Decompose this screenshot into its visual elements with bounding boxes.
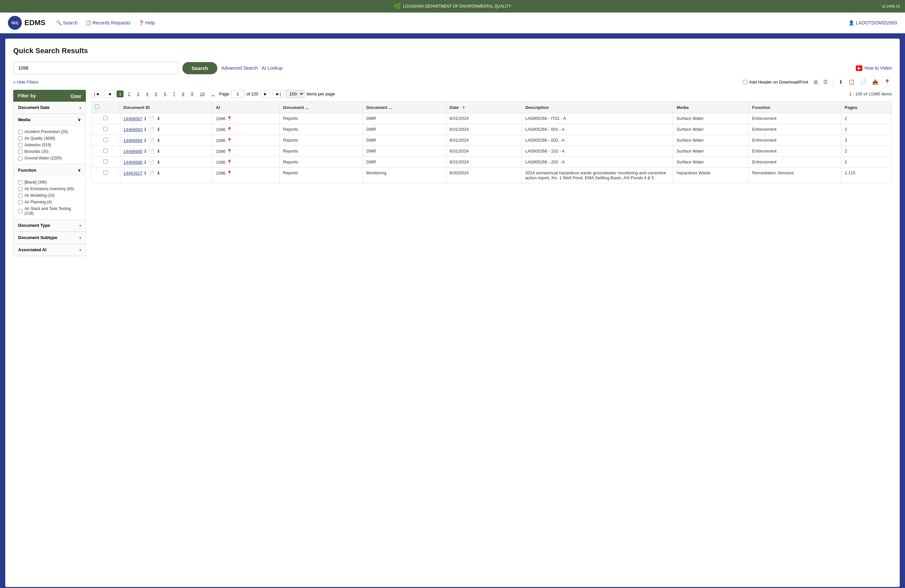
preview-icon-btn[interactable]: 📄	[148, 160, 155, 165]
advanced-search-link[interactable]: Advanced Search	[221, 65, 258, 71]
page-5-button[interactable]: 5	[152, 90, 160, 97]
document-id-link[interactable]: 14466684	[124, 138, 143, 143]
ai-lookup-link[interactable]: AI Lookup	[262, 65, 283, 71]
row-select-checkbox[interactable]	[103, 170, 108, 174]
filter-document-date-toggle[interactable]: Document Date ‹	[14, 102, 86, 114]
preview-icon-btn[interactable]: 📄	[148, 170, 155, 176]
export-button[interactable]: 📤	[871, 78, 880, 86]
info-icon-btn[interactable]: ℹ	[144, 138, 147, 143]
row-media-cell: Surface Water	[673, 113, 749, 124]
page-6-button[interactable]: 6	[162, 90, 168, 97]
download-row-btn[interactable]: ⬇	[156, 160, 161, 165]
first-page-button[interactable]: |◄	[91, 90, 102, 98]
filter-function-airstacktank-checkbox[interactable]	[18, 209, 22, 213]
page-2-button[interactable]: 2	[125, 90, 132, 97]
row-select-checkbox[interactable]	[103, 116, 108, 120]
filter-doctype-toggle[interactable]: Document Type ‹	[14, 220, 86, 231]
filter-function-airplanning-checkbox[interactable]	[18, 200, 22, 204]
map-pin-icon[interactable]: 📍	[227, 149, 232, 154]
preview-icon-btn[interactable]: 📄	[148, 116, 155, 121]
info-icon-btn[interactable]: ℹ	[144, 127, 147, 132]
nav-help[interactable]: ❓ Help	[138, 20, 155, 25]
download-row-btn[interactable]: ⬇	[156, 138, 161, 143]
info-icon-btn[interactable]: ℹ	[144, 170, 147, 176]
document-id-link[interactable]: 14466683	[124, 127, 143, 132]
filter-media-airquality-checkbox[interactable]	[18, 136, 22, 141]
page-input[interactable]	[231, 90, 245, 98]
download-row-btn[interactable]: ⬇	[156, 149, 161, 154]
map-pin-icon[interactable]: 📍	[227, 116, 232, 121]
filter-function-blank-checkbox[interactable]	[18, 180, 22, 185]
how-to-video-link[interactable]: ▶ How to Video	[856, 65, 892, 71]
download-row-btn[interactable]: ⬇	[156, 170, 161, 176]
filter-function-airmodeling-checkbox[interactable]	[18, 193, 22, 198]
filter-section-document-date: Document Date ‹	[13, 102, 86, 114]
col-header-docsubtype[interactable]: Document ...	[363, 102, 446, 113]
grid-view-button[interactable]: ⊞	[812, 78, 819, 86]
add-header-checkbox[interactable]	[743, 80, 747, 84]
search-button[interactable]: Search	[182, 62, 218, 74]
hide-filters-link[interactable]: « Hide Filters	[13, 79, 39, 84]
col-header-doctype[interactable]: Document ...	[280, 102, 363, 113]
info-icon-btn[interactable]: ℹ	[144, 116, 147, 121]
document-id-link[interactable]: 14466685	[124, 149, 143, 154]
col-header-function[interactable]: Function	[749, 102, 841, 113]
download-row-btn[interactable]: ⬇	[156, 116, 161, 121]
filter-associatedai-toggle[interactable]: Associated AI ‹	[14, 244, 86, 256]
page-7-button[interactable]: 7	[171, 90, 178, 97]
filter-media-toggle[interactable]: Media ∨	[14, 114, 86, 126]
filter-docsubtype-toggle[interactable]: Document Subtype ‹	[14, 232, 86, 244]
filter-media-asbestos-checkbox[interactable]	[18, 143, 22, 147]
filter-function-toggle[interactable]: Function ∨	[14, 165, 86, 176]
page-1-button[interactable]: 1	[117, 90, 124, 97]
col-header-pages[interactable]: Pages	[841, 102, 892, 113]
preview-icon-btn[interactable]: 📄	[148, 127, 155, 132]
prev-page-button[interactable]: ◄	[104, 90, 114, 98]
preview-icon-btn[interactable]: 📄	[148, 149, 155, 154]
row-select-checkbox[interactable]	[103, 138, 108, 142]
map-pin-icon[interactable]: 📍	[227, 170, 232, 176]
col-header-ai[interactable]: AI	[213, 102, 280, 113]
select-all-checkbox[interactable]	[95, 105, 99, 109]
page-9-button[interactable]: 9	[189, 90, 195, 97]
row-select-checkbox[interactable]	[103, 160, 108, 164]
row-description-cell: LA0005266 - 001 - A	[522, 124, 673, 135]
filter-media-biosolids-checkbox[interactable]	[18, 149, 22, 154]
col-header-media[interactable]: Media	[673, 102, 749, 113]
next-page-button[interactable]: ►	[260, 90, 270, 98]
map-pin-icon[interactable]: 📍	[227, 127, 232, 132]
map-pin-icon[interactable]: 📍	[227, 160, 232, 165]
preview-icon-btn[interactable]: 📄	[148, 138, 155, 143]
filter-media-groundwater-checkbox[interactable]	[18, 156, 22, 160]
info-icon-btn[interactable]: ℹ	[144, 149, 147, 154]
document-id-link[interactable]: 14466687	[124, 116, 143, 121]
info-icon-btn[interactable]: ℹ	[144, 160, 147, 165]
document-id-link[interactable]: 14466686	[124, 160, 143, 165]
col-header-docid[interactable]: Document ID	[120, 102, 213, 113]
copy-button[interactable]: 📋	[847, 78, 856, 86]
filter-function-airemissions-checkbox[interactable]	[18, 187, 22, 191]
page-4-button[interactable]: 4	[144, 90, 151, 97]
page-3-button[interactable]: 3	[135, 90, 142, 97]
page-10-button[interactable]: 10	[197, 90, 207, 97]
list-view-button[interactable]: ☰	[822, 78, 829, 86]
page-8-button[interactable]: 8	[180, 90, 187, 97]
col-header-date[interactable]: Date ▼	[446, 102, 522, 113]
download-row-btn[interactable]: ⬇	[156, 127, 161, 132]
table-row: 14466687 ℹ 📄 ⬇ 1096 📍 Reports DMR 8/31/2…	[92, 113, 892, 124]
search-input[interactable]	[13, 62, 178, 74]
document-id-link[interactable]: 14462627	[124, 171, 143, 176]
nav-search[interactable]: 🔍 Search	[56, 20, 78, 25]
download-button[interactable]: ⬇	[837, 78, 844, 86]
items-per-page-select[interactable]: 100 50 25	[286, 90, 305, 98]
filter-clear-button[interactable]: Clear	[70, 94, 81, 98]
last-page-button[interactable]: ►|	[273, 90, 284, 98]
map-pin-icon[interactable]: 📍	[227, 138, 232, 143]
map-button[interactable]: 📍	[883, 78, 892, 86]
row-select-checkbox[interactable]	[103, 127, 108, 131]
nav-records-requests[interactable]: 📋 Records Requests	[86, 20, 130, 25]
row-select-checkbox[interactable]	[103, 149, 108, 153]
col-header-description[interactable]: Description	[522, 102, 673, 113]
filter-media-accident-checkbox[interactable]	[18, 130, 22, 134]
pdf-button[interactable]: 📄	[859, 78, 868, 86]
